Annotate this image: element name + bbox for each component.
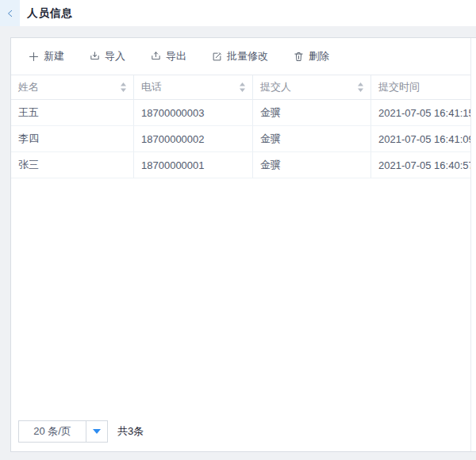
column-header-name[interactable]: 姓名 bbox=[11, 75, 134, 99]
cell-phone: 18700000002 bbox=[134, 126, 253, 152]
sort-caret-icon[interactable] bbox=[239, 82, 246, 92]
scrollbar-track-divider bbox=[470, 38, 471, 451]
toolbar: 新建 导入 导出 批量修改 删除 bbox=[11, 38, 476, 75]
sort-caret-icon[interactable] bbox=[120, 82, 127, 92]
page-size-dropdown-button[interactable] bbox=[86, 421, 107, 442]
column-header-submitter[interactable]: 提交人 bbox=[253, 75, 371, 99]
trash-icon bbox=[293, 51, 305, 63]
cell-phone: 18700000001 bbox=[134, 152, 253, 178]
cell-name: 王五 bbox=[11, 100, 134, 126]
plus-icon bbox=[28, 51, 40, 63]
column-header-label: 提交时间 bbox=[378, 80, 464, 94]
top-bar: 人员信息 bbox=[0, 0, 476, 26]
import-icon bbox=[89, 51, 101, 63]
back-button[interactable] bbox=[0, 0, 20, 26]
new-button[interactable]: 新建 bbox=[28, 49, 64, 63]
pagination: 20 条/页 共3条 bbox=[18, 420, 144, 443]
table-row[interactable]: 张三 18700000001 金骥 2021-07-05 16:40:57 bbox=[11, 152, 470, 178]
column-header-phone[interactable]: 电话 bbox=[134, 75, 253, 99]
column-header-label: 姓名 bbox=[18, 80, 120, 94]
chevron-left-icon bbox=[6, 9, 15, 18]
export-button-label: 导出 bbox=[166, 49, 186, 63]
delete-button[interactable]: 删除 bbox=[293, 49, 329, 63]
cell-submit-time: 2021-07-05 16:40:57 bbox=[371, 152, 470, 178]
batch-edit-button-label: 批量修改 bbox=[227, 49, 268, 63]
export-icon bbox=[150, 51, 162, 63]
export-button[interactable]: 导出 bbox=[150, 49, 186, 63]
cell-submitter: 金骥 bbox=[253, 100, 371, 126]
edit-icon bbox=[211, 51, 223, 63]
cell-submitter: 金骥 bbox=[253, 126, 371, 152]
content-panel: 新建 导入 导出 批量修改 删除 bbox=[10, 37, 476, 452]
total-count: 共3条 bbox=[117, 424, 144, 439]
column-header-label: 提交人 bbox=[260, 80, 357, 94]
records-table: 姓名 电话 提交人 提交时间 王五 1 bbox=[11, 75, 470, 178]
batch-edit-button[interactable]: 批量修改 bbox=[211, 49, 268, 63]
page-size-value: 20 条/页 bbox=[19, 421, 86, 442]
column-header-submit-time[interactable]: 提交时间 bbox=[371, 75, 470, 99]
table-row[interactable]: 李四 18700000002 金骥 2021-07-05 16:41:09 bbox=[11, 126, 470, 152]
table-header-row: 姓名 电话 提交人 提交时间 bbox=[11, 75, 470, 100]
cell-submit-time: 2021-07-05 16:41:15 bbox=[371, 100, 470, 126]
caret-down-icon bbox=[93, 429, 101, 434]
delete-button-label: 删除 bbox=[309, 49, 329, 63]
import-button[interactable]: 导入 bbox=[89, 49, 125, 63]
cell-submit-time: 2021-07-05 16:41:09 bbox=[371, 126, 470, 152]
new-button-label: 新建 bbox=[44, 49, 64, 63]
page-title: 人员信息 bbox=[27, 6, 73, 21]
table-row[interactable]: 王五 18700000003 金骥 2021-07-05 16:41:15 bbox=[11, 100, 470, 126]
page-size-select[interactable]: 20 条/页 bbox=[18, 420, 108, 443]
sort-caret-icon[interactable] bbox=[357, 82, 364, 92]
cell-name: 张三 bbox=[11, 152, 134, 178]
cell-phone: 18700000003 bbox=[134, 100, 253, 126]
cell-submitter: 金骥 bbox=[253, 152, 371, 178]
column-header-label: 电话 bbox=[141, 80, 239, 94]
import-button-label: 导入 bbox=[105, 49, 125, 63]
table-body: 王五 18700000003 金骥 2021-07-05 16:41:15 李四… bbox=[11, 100, 470, 178]
cell-name: 李四 bbox=[11, 126, 134, 152]
